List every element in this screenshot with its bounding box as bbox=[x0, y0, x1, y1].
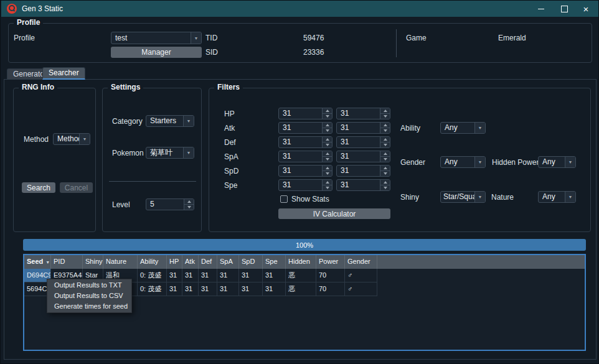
spin-down-icon[interactable] bbox=[323, 142, 332, 147]
spa-cell[interactable]: 31 bbox=[217, 269, 239, 282]
iv-calculator-button[interactable]: IV Calculator bbox=[278, 208, 390, 219]
chevron-down-icon[interactable]: ▼ bbox=[565, 157, 575, 167]
spin-up-icon[interactable] bbox=[323, 180, 332, 185]
manager-button[interactable]: Manager bbox=[111, 47, 202, 58]
atk-max-spinbox[interactable]: 31 bbox=[336, 122, 390, 134]
column-header-seed[interactable]: Seed▼ bbox=[24, 255, 51, 269]
chevron-down-icon[interactable]: ▼ bbox=[474, 123, 485, 133]
power-cell[interactable]: 70 bbox=[316, 269, 345, 282]
spin-down-icon[interactable] bbox=[380, 171, 390, 176]
column-header-ability[interactable]: Ability bbox=[138, 255, 167, 269]
gender-cell[interactable]: ♂ bbox=[345, 282, 377, 296]
menu-item-generate-times[interactable]: Generate times for seed bbox=[47, 301, 131, 312]
hp-min-spinbox[interactable]: 31 bbox=[278, 108, 333, 119]
chevron-down-icon[interactable]: ▼ bbox=[79, 134, 90, 144]
chevron-down-icon[interactable]: ▼ bbox=[183, 116, 194, 126]
column-header-spa[interactable]: SpA bbox=[217, 255, 239, 269]
spin-up-icon[interactable] bbox=[380, 123, 390, 128]
spd-cell[interactable]: 31 bbox=[239, 282, 263, 296]
spin-up-icon[interactable] bbox=[323, 123, 332, 128]
column-header-def[interactable]: Def bbox=[199, 255, 217, 269]
spin-up-icon[interactable] bbox=[380, 180, 390, 185]
spin-down-icon[interactable] bbox=[323, 128, 332, 133]
show-stats-checkbox[interactable] bbox=[280, 195, 288, 203]
spin-up-icon[interactable] bbox=[323, 108, 332, 114]
spin-down-icon[interactable] bbox=[184, 205, 194, 210]
profile-select[interactable]: test ▼ bbox=[111, 32, 202, 44]
spa-max-spinbox[interactable]: 31 bbox=[336, 151, 390, 162]
spe-max-spinbox[interactable]: 31 bbox=[336, 179, 390, 191]
atk-cell[interactable]: 31 bbox=[182, 282, 199, 296]
column-header-spe[interactable]: Spe bbox=[263, 255, 286, 269]
def-cell[interactable]: 31 bbox=[199, 282, 217, 296]
spd-cell[interactable]: 31 bbox=[239, 269, 263, 282]
column-header-power[interactable]: Power bbox=[316, 255, 345, 269]
spin-down-icon[interactable] bbox=[380, 157, 390, 162]
hidden-cell[interactable]: 恶 bbox=[286, 269, 316, 282]
category-select[interactable]: Starters ▼ bbox=[146, 115, 194, 127]
spin-down-icon[interactable] bbox=[323, 157, 332, 162]
menu-item-output-txt[interactable]: Output Results to TXT bbox=[47, 280, 131, 291]
spin-down-icon[interactable] bbox=[323, 185, 332, 190]
chevron-down-icon[interactable]: ▼ bbox=[474, 192, 485, 202]
search-button[interactable]: Search bbox=[22, 182, 55, 193]
maximize-button[interactable] bbox=[553, 1, 575, 17]
hp-cell[interactable]: 31 bbox=[167, 269, 182, 282]
power-cell[interactable]: 70 bbox=[316, 282, 345, 296]
spin-down-icon[interactable] bbox=[380, 142, 390, 147]
level-spinbox[interactable]: 5 bbox=[146, 198, 194, 210]
column-header-shiny[interactable]: Shiny bbox=[83, 255, 103, 269]
column-header-gender[interactable]: Gender bbox=[345, 255, 377, 269]
ability-cell[interactable]: 0: 茂盛 bbox=[138, 282, 167, 296]
column-header-hp[interactable]: HP bbox=[167, 255, 182, 269]
gender-select[interactable]: Any ▼ bbox=[440, 156, 486, 168]
column-header-hidden[interactable]: Hidden bbox=[286, 255, 316, 269]
menu-item-output-csv[interactable]: Output Results to CSV bbox=[47, 291, 131, 301]
spin-up-icon[interactable] bbox=[380, 166, 390, 171]
spin-up-icon[interactable] bbox=[323, 137, 332, 142]
ability-cell[interactable]: 0: 茂盛 bbox=[138, 269, 167, 282]
spe-min-spinbox[interactable]: 31 bbox=[278, 179, 333, 191]
def-cell[interactable]: 31 bbox=[199, 269, 217, 282]
chevron-down-icon[interactable]: ▼ bbox=[474, 157, 485, 167]
spin-up-icon[interactable] bbox=[380, 137, 390, 142]
pokemon-select[interactable]: 菊草叶 ▼ bbox=[146, 147, 194, 159]
spin-up-icon[interactable] bbox=[380, 151, 390, 157]
column-header-nature[interactable]: Nature bbox=[103, 255, 138, 269]
spin-down-icon[interactable] bbox=[380, 185, 390, 190]
column-header-pid[interactable]: PID bbox=[51, 255, 83, 269]
column-header-spd[interactable]: SpD bbox=[239, 255, 263, 269]
def-max-spinbox[interactable]: 31 bbox=[336, 136, 390, 148]
spin-down-icon[interactable] bbox=[380, 128, 390, 133]
spin-up-icon[interactable] bbox=[380, 108, 390, 114]
nature-select[interactable]: Any ▼ bbox=[538, 191, 576, 203]
gender-cell[interactable]: ♂ bbox=[345, 269, 377, 282]
hidden-cell[interactable]: 恶 bbox=[286, 282, 316, 296]
spin-down-icon[interactable] bbox=[380, 114, 390, 119]
minimize-button[interactable] bbox=[530, 1, 552, 17]
spe-cell[interactable]: 31 bbox=[263, 282, 286, 296]
spin-up-icon[interactable] bbox=[184, 199, 194, 205]
atk-min-spinbox[interactable]: 31 bbox=[278, 122, 333, 134]
tab-searcher[interactable]: Searcher bbox=[42, 67, 85, 80]
hp-cell[interactable]: 31 bbox=[167, 282, 182, 296]
spin-up-icon[interactable] bbox=[323, 151, 332, 157]
hidden-power-select[interactable]: Any ▼ bbox=[538, 156, 576, 168]
spin-down-icon[interactable] bbox=[323, 171, 332, 176]
spin-up-icon[interactable] bbox=[323, 166, 332, 171]
hp-max-spinbox[interactable]: 31 bbox=[336, 108, 390, 119]
ability-select[interactable]: Any ▼ bbox=[440, 122, 486, 134]
def-min-spinbox[interactable]: 31 bbox=[278, 136, 333, 148]
chevron-down-icon[interactable]: ▼ bbox=[183, 147, 194, 158]
spa-cell[interactable]: 31 bbox=[217, 282, 239, 296]
method-select[interactable]: Method 1 ▼ bbox=[53, 133, 90, 145]
cancel-button[interactable]: Cancel bbox=[60, 182, 93, 193]
spd-max-spinbox[interactable]: 31 bbox=[336, 165, 390, 177]
column-header-atk[interactable]: Atk bbox=[182, 255, 199, 269]
atk-cell[interactable]: 31 bbox=[182, 269, 199, 282]
shiny-select[interactable]: Star/Square ▼ bbox=[440, 191, 486, 203]
chevron-down-icon[interactable]: ▼ bbox=[191, 32, 201, 44]
close-button[interactable]: × bbox=[575, 1, 597, 17]
spd-min-spinbox[interactable]: 31 bbox=[278, 165, 333, 177]
spe-cell[interactable]: 31 bbox=[263, 269, 286, 282]
